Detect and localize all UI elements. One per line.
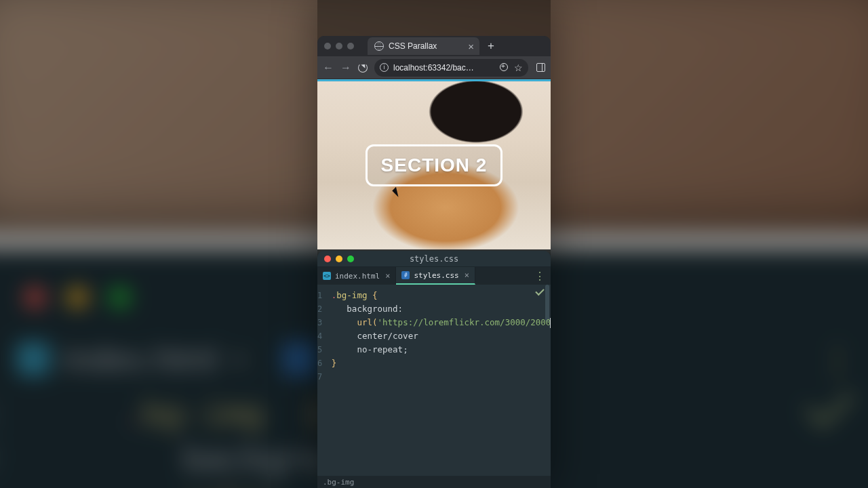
css-file-icon [401,271,410,279]
code-text[interactable]: .bg-img { background: url('https://lorem… [326,285,551,476]
nav-back-button[interactable]: ← [323,62,334,74]
editor-titlebar: styles.css [317,251,551,267]
window-traffic-lights[interactable] [324,43,354,49]
editor-breadcrumb[interactable]: .bg-img [317,476,551,488]
zoom-icon[interactable] [500,63,509,73]
hero-section: SECTION 2 [317,81,551,249]
backdrop-tab: index.html × [16,339,316,378]
css-brace: { [372,290,378,300]
editor-tabbar: index.html × styles.css × ⋮ [317,267,551,285]
kebab-menu-icon [819,339,852,382]
css-semicolon: ; [403,344,408,354]
css-value: no-repeat [357,344,403,354]
editor-title: styles.css [410,254,458,264]
line-number: 1 [317,289,322,302]
browser-window: CSS Parallax × + ← → i localhost:63342/b… [317,36,551,249]
breadcrumb-selector: .bg-img [323,478,354,487]
center-column: CSS Parallax × + ← → i localhost:63342/b… [317,0,551,488]
css-property: background [347,304,397,314]
css-url-string: https://loremflickr.com/3000/2000 [382,317,551,327]
address-bar[interactable]: i localhost:63342/bac… ☆ [374,59,528,77]
url-display: localhost:63342/bac… [393,63,495,73]
nav-forward-button[interactable]: → [340,62,351,74]
css-colon: : [398,304,403,314]
browser-tabstrip: CSS Parallax × + [317,36,551,56]
tab-close-icon[interactable]: × [465,270,469,280]
css-paren: ( [372,317,378,327]
tab-close-button[interactable]: × [468,41,474,52]
editor-maximize-button[interactable] [347,256,354,262]
editor-minimize-button[interactable] [336,256,342,262]
editor-code-area[interactable]: 1 2 3 4 5 6 7 .bg-img { background: url(… [317,285,551,476]
editor-tab-label: index.html [335,272,380,281]
editor-traffic-lights[interactable] [324,256,354,262]
editor-close-button[interactable] [324,256,331,262]
window-maximize-button[interactable] [347,43,354,49]
css-file-icon [282,342,316,376]
tab-close-icon[interactable]: × [385,271,390,281]
new-tab-button[interactable]: + [484,39,498,54]
globe-icon [374,41,384,51]
css-value: center/cover [357,331,418,341]
css-selector: bg-img [336,290,367,300]
html-file-icon [16,342,50,376]
hero-heading: SECTION 2 [366,144,503,186]
close-icon: × [230,342,247,375]
browser-tab[interactable]: CSS Parallax × [368,37,479,55]
browser-tab-title: CSS Parallax [389,41,437,51]
line-number: 7 [317,370,322,384]
editor-kebab-menu[interactable]: ⋮ [534,270,545,283]
html-file-icon [323,272,331,280]
line-number: 4 [317,329,322,343]
css-quote: ' [378,317,383,327]
reload-button[interactable] [358,63,368,73]
browser-viewport[interactable]: SECTION 2 [317,79,551,249]
backdrop-traffic-lights [24,287,131,308]
editor-tab-styles-css[interactable]: styles.css × [396,267,475,285]
side-panel-icon[interactable] [536,63,545,72]
line-number: 6 [317,357,322,370]
window-close-button[interactable] [324,43,331,49]
browser-toolbar: ← → i localhost:63342/bac… ☆ [317,56,551,79]
backdrop-tab-label: index.html [64,339,217,378]
site-info-icon[interactable]: i [380,63,389,72]
css-brace: } [332,358,337,368]
css-url-fn: url [357,317,372,327]
bookmark-star-icon[interactable]: ☆ [514,62,523,73]
window-minimize-button[interactable] [336,43,342,49]
editor-tab-label: styles.css [414,271,458,280]
line-number-gutter: 1 2 3 4 5 6 7 [317,285,326,476]
line-number: 3 [317,316,322,329]
editor-window: styles.css index.html × styles.css × ⋮ 1… [317,251,551,488]
editor-tab-index-html[interactable]: index.html × [317,267,396,285]
line-number: 5 [317,343,322,357]
line-number: 2 [317,302,322,316]
